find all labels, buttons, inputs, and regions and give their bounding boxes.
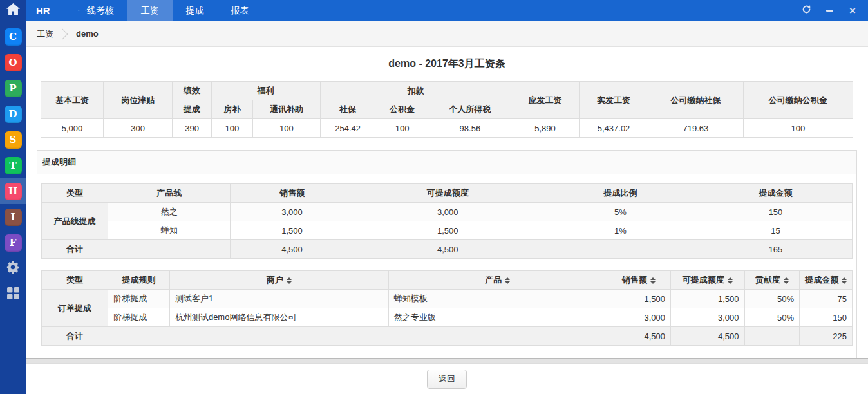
order-table-header-row: 类型 提成规则 商户 产品 销售额 可提成额度 贡献度 提成金额 xyxy=(42,271,853,290)
table-row: 产品线提成 然之 3,000 3,000 5% 150 xyxy=(42,203,853,221)
col-quota-sortable[interactable]: 可提成额度 xyxy=(670,271,744,290)
back-button[interactable]: 返回 xyxy=(427,370,467,389)
col-company-social: 公司缴纳社保 xyxy=(648,82,744,119)
commission-detail-panel: 提成明细 类型 产品线 销售额 可提成额 xyxy=(37,150,857,358)
col-sales: 销售额 xyxy=(231,184,354,203)
housing-allowance-value: 100 xyxy=(211,119,252,138)
page-title: demo - 2017年3月工资条 xyxy=(37,57,857,71)
col-housing-fund: 公积金 xyxy=(375,100,429,119)
breadcrumb-current: demo xyxy=(76,29,99,39)
customer-cell: 测试客户1 xyxy=(169,290,388,308)
product-line-cell: 蝉知 xyxy=(108,221,231,240)
contribution-cell: 50% xyxy=(744,308,800,327)
company-social-value: 719.63 xyxy=(648,119,744,138)
col-commission-rate: 提成比例 xyxy=(542,184,699,203)
amount-cell: 150 xyxy=(800,308,853,327)
sidebar-app-p[interactable]: P xyxy=(0,75,26,101)
total-amount: 165 xyxy=(699,240,853,259)
sidebar-app-c[interactable]: C xyxy=(0,24,26,50)
action-footer: 返回 xyxy=(26,363,868,394)
col-amount-sortable[interactable]: 提成金额 xyxy=(800,271,853,290)
col-product-sortable[interactable]: 产品 xyxy=(388,271,607,290)
product-commission-table: 类型 产品线 销售额 可提成额度 提成比例 提成金额 产品线提成 xyxy=(41,183,853,259)
row-group-order-commission: 订单提成 xyxy=(42,290,108,327)
col-customer-sortable[interactable]: 商户 xyxy=(169,271,388,290)
breadcrumb-section[interactable]: 工资 xyxy=(37,28,53,40)
sidebar-app-o[interactable]: O xyxy=(0,50,26,75)
refresh-button[interactable] xyxy=(801,6,811,16)
social-insurance-value: 254.42 xyxy=(320,119,375,138)
rule-cell: 阶梯提成 xyxy=(108,308,170,327)
app-window: C O P D S T H I F HR 一线考核 工 xyxy=(0,0,868,394)
sidebar-app-h-active[interactable]: H xyxy=(0,178,26,204)
rate-cell: 1% xyxy=(542,221,699,240)
tab-salary[interactable]: 工资 xyxy=(127,0,173,21)
col-commission-amount: 提成金额 xyxy=(699,184,853,203)
sidebar-settings[interactable] xyxy=(0,256,26,281)
total-row: 合计 4,500 4,500 225 xyxy=(42,327,853,346)
commission-value: 390 xyxy=(173,119,212,138)
amount-cell: 150 xyxy=(699,203,853,221)
col-product-line: 产品线 xyxy=(108,184,231,203)
col-basic-salary: 基本工资 xyxy=(41,82,104,119)
amount-cell: 75 xyxy=(800,290,853,308)
app-sidebar: C O P D S T H I F xyxy=(0,0,26,394)
product-cell: 然之专业版 xyxy=(388,308,607,327)
window-controls: × xyxy=(801,0,868,21)
brand-title: HR xyxy=(26,0,64,21)
total-label: 合计 xyxy=(42,240,108,259)
col-performance-group: 绩效 xyxy=(173,82,212,100)
home-button[interactable] xyxy=(0,0,26,21)
breadcrumb: 工资 demo xyxy=(26,21,868,47)
minimize-icon xyxy=(826,10,833,12)
sales-cell: 3,000 xyxy=(607,308,670,327)
minimize-button[interactable] xyxy=(824,6,835,16)
sidebar-app-s[interactable]: S xyxy=(0,127,26,153)
empty-cell xyxy=(108,240,231,259)
housing-fund-value: 100 xyxy=(375,119,429,138)
col-contribution-sortable[interactable]: 贡献度 xyxy=(744,271,800,290)
empty-cell xyxy=(108,327,607,346)
sort-icon xyxy=(505,277,510,284)
app-i-icon: I xyxy=(5,209,22,226)
empty-cell xyxy=(542,240,699,259)
sidebar-app-d[interactable]: D xyxy=(0,101,26,127)
total-amount: 225 xyxy=(800,327,853,346)
col-deduction-group: 扣款 xyxy=(320,82,511,100)
app-d-icon: D xyxy=(5,106,22,123)
total-sales: 4,500 xyxy=(231,240,354,259)
gear-icon xyxy=(6,260,20,277)
home-icon xyxy=(6,3,21,19)
app-s-icon: S xyxy=(5,131,22,149)
app-h-icon: H xyxy=(5,183,22,200)
tab-report[interactable]: 报表 xyxy=(218,0,263,21)
tab-commission[interactable]: 提成 xyxy=(173,0,218,21)
page-content: demo - 2017年3月工资条 基本工资 岗位津贴 绩效 福利 扣款 应发工… xyxy=(26,47,868,358)
panel-title: 提成明细 xyxy=(37,151,856,174)
col-sales-sortable[interactable]: 销售额 xyxy=(607,271,670,290)
tab-frontline-assessment[interactable]: 一线考核 xyxy=(64,0,127,21)
quota-cell: 1,500 xyxy=(670,290,744,308)
sort-icon xyxy=(287,277,292,284)
sidebar-app-i[interactable]: I xyxy=(0,204,26,230)
close-button[interactable]: × xyxy=(847,6,858,16)
sidebar-app-list: C O P D S T H I F xyxy=(0,21,26,307)
grid-icon xyxy=(6,286,20,303)
sidebar-app-f[interactable]: F xyxy=(0,230,26,256)
sort-icon xyxy=(842,277,847,284)
rate-cell: 5% xyxy=(542,203,699,221)
refresh-icon xyxy=(802,5,811,17)
telecom-allowance-value: 100 xyxy=(253,119,321,138)
sidebar-app-t[interactable]: T xyxy=(0,153,26,178)
col-telecom-allowance: 通讯补助 xyxy=(253,100,321,119)
sort-icon xyxy=(728,277,733,284)
sidebar-all-apps[interactable] xyxy=(0,281,26,307)
total-quota: 4,500 xyxy=(670,327,744,346)
total-row: 合计 4,500 4,500 165 xyxy=(42,240,853,259)
app-t-icon: T xyxy=(5,157,22,174)
net-salary-value: 5,437.02 xyxy=(579,119,648,138)
col-net-salary: 实发工资 xyxy=(579,82,648,119)
table-gap xyxy=(41,259,853,270)
navbar-spacer xyxy=(263,0,801,21)
top-navbar: HR 一线考核 工资 提成 报表 × xyxy=(26,0,868,21)
